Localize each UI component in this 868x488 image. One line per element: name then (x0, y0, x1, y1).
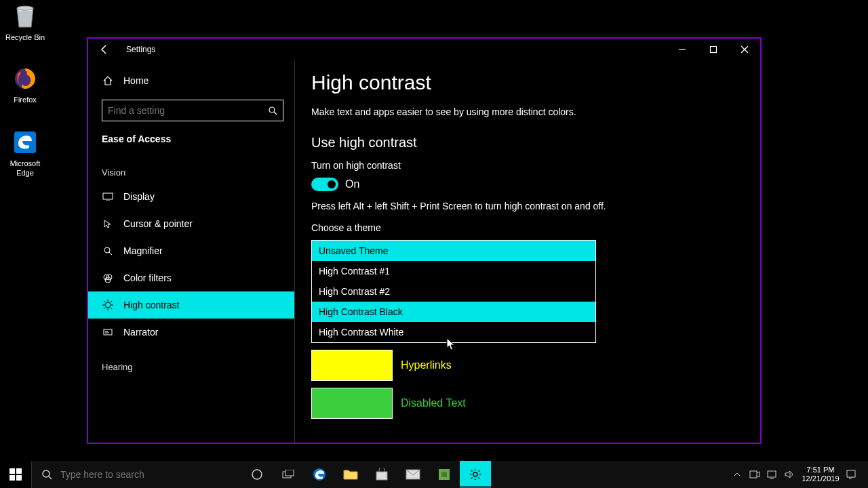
gear-icon (469, 468, 481, 481)
taskbar-app-generic[interactable] (429, 461, 460, 488)
desktop-icon-edge[interactable]: Microsoft Edge (1, 129, 49, 178)
svg-line-6 (274, 112, 277, 115)
svg-rect-34 (285, 470, 294, 476)
tray-network[interactable] (764, 461, 781, 488)
taskbar-app-explorer[interactable] (335, 461, 366, 488)
search-input-wrapper[interactable] (102, 100, 283, 121)
sidebar-item-label: Narrator (123, 327, 158, 338)
theme-option-hc1[interactable]: High Contrast #1 (312, 261, 595, 281)
home-icon (102, 75, 114, 86)
system-tray: 7:51 PM 12/21/2019 (728, 461, 868, 488)
svg-rect-26 (9, 468, 15, 474)
search-input[interactable] (108, 105, 268, 116)
svg-rect-27 (16, 468, 22, 474)
svg-point-40 (473, 472, 477, 476)
sidebar: Home Ease of Access Vision Display Curso… (88, 60, 295, 443)
toggle-knob (328, 180, 336, 188)
svg-rect-7 (103, 193, 113, 199)
sidebar-group-hearing: Hearing (88, 346, 294, 378)
sidebar-item-display[interactable]: Display (88, 183, 294, 210)
taskbar-clock[interactable]: 7:51 PM 12/21/2019 (799, 466, 842, 483)
theme-option-hc-white[interactable]: High Contrast White (312, 322, 595, 342)
svg-line-21 (111, 301, 112, 302)
color-row-hyperlinks: Hyperlinks (311, 350, 744, 381)
color-row-disabled: Disabled Text (311, 388, 744, 419)
search-icon (268, 106, 277, 115)
tray-meet-now[interactable] (746, 461, 764, 488)
sidebar-item-cursor[interactable]: Cursor & pointer (88, 210, 294, 237)
svg-rect-4 (711, 47, 717, 53)
svg-rect-44 (847, 470, 855, 477)
sidebar-item-narrator[interactable]: Narrator (88, 319, 294, 346)
desktop-icon-label: Firefox (1, 95, 49, 104)
svg-line-22 (104, 308, 105, 309)
sidebar-item-label: Magnifier (123, 245, 163, 256)
tray-overflow[interactable] (728, 461, 746, 488)
narrator-icon (102, 327, 114, 337)
tray-volume[interactable] (781, 461, 799, 488)
taskbar-search[interactable] (31, 461, 241, 488)
back-button[interactable] (88, 39, 121, 60)
close-button[interactable] (729, 39, 760, 60)
theme-option-hc-black[interactable]: High Contrast Black (312, 302, 595, 322)
start-button[interactable] (0, 461, 31, 488)
theme-label: Choose a theme (311, 222, 744, 233)
cortana-button[interactable] (241, 461, 273, 488)
svg-rect-2 (14, 131, 36, 153)
svg-rect-36 (376, 472, 387, 480)
maximize-button[interactable] (698, 39, 729, 60)
svg-point-9 (104, 247, 110, 253)
high-contrast-toggle[interactable] (311, 178, 338, 191)
taskbar-app-settings[interactable] (460, 461, 491, 488)
svg-rect-42 (768, 471, 776, 477)
cursor-icon (102, 219, 114, 228)
sidebar-home[interactable]: Home (88, 67, 294, 94)
taskbar-search-input[interactable] (60, 469, 241, 480)
recycle-bin-icon (12, 3, 39, 30)
sidebar-item-color-filters[interactable]: Color filters (88, 264, 294, 291)
swatch-disabled[interactable] (311, 388, 393, 419)
theme-option-hc2[interactable]: High Contrast #2 (312, 281, 595, 302)
color-filters-icon (102, 273, 114, 283)
svg-point-0 (17, 6, 33, 10)
sidebar-item-high-contrast[interactable]: High contrast (88, 291, 294, 319)
sidebar-item-label: Home (123, 75, 149, 86)
settings-window: Settings Home Ease of Access Vision Disp… (87, 37, 762, 444)
search-icon (41, 469, 52, 480)
swatch-hyperlinks[interactable] (311, 350, 393, 381)
edge-icon (12, 129, 39, 156)
desktop-icon-label: Recycle Bin (1, 33, 49, 42)
page-description: Make text and apps easier to see by usin… (311, 106, 744, 117)
sidebar-item-label: Color filters (123, 272, 172, 283)
titlebar[interactable]: Settings (88, 39, 760, 60)
shortcut-hint: Press left Alt + left Shift + Print Scre… (311, 201, 744, 211)
taskbar-app-mail[interactable] (397, 461, 429, 488)
svg-rect-28 (9, 475, 15, 481)
task-view-button[interactable] (273, 461, 304, 488)
taskbar-app-store[interactable] (366, 461, 397, 488)
taskbar-app-edge[interactable] (304, 461, 335, 488)
theme-option-unsaved[interactable]: Unsaved Theme (312, 241, 595, 261)
window-title: Settings (126, 45, 155, 54)
sidebar-item-magnifier[interactable]: Magnifier (88, 237, 294, 264)
windows-icon (9, 468, 22, 481)
desktop-icon-firefox[interactable]: Firefox (1, 65, 49, 104)
svg-line-10 (109, 252, 112, 255)
display-icon (102, 192, 114, 201)
toggle-label: Turn on high contrast (311, 160, 744, 171)
svg-point-5 (269, 107, 275, 113)
svg-point-30 (43, 470, 50, 477)
svg-point-14 (105, 302, 111, 308)
clock-date: 12/21/2019 (802, 474, 839, 483)
taskbar: 7:51 PM 12/21/2019 (0, 461, 868, 488)
desktop-icon-label: Microsoft Edge (1, 159, 49, 178)
color-label-disabled: Disabled Text (401, 397, 466, 409)
minimize-button[interactable] (667, 39, 698, 60)
desktop-icon-recycle-bin[interactable]: Recycle Bin (1, 3, 49, 42)
section-heading: Use high contrast (311, 135, 744, 150)
sidebar-item-label: Display (123, 191, 155, 202)
theme-dropdown[interactable]: Unsaved Theme High Contrast #1 High Cont… (311, 240, 596, 343)
sidebar-item-label: High contrast (123, 300, 179, 310)
svg-line-19 (104, 301, 105, 302)
action-center-button[interactable] (842, 461, 860, 488)
